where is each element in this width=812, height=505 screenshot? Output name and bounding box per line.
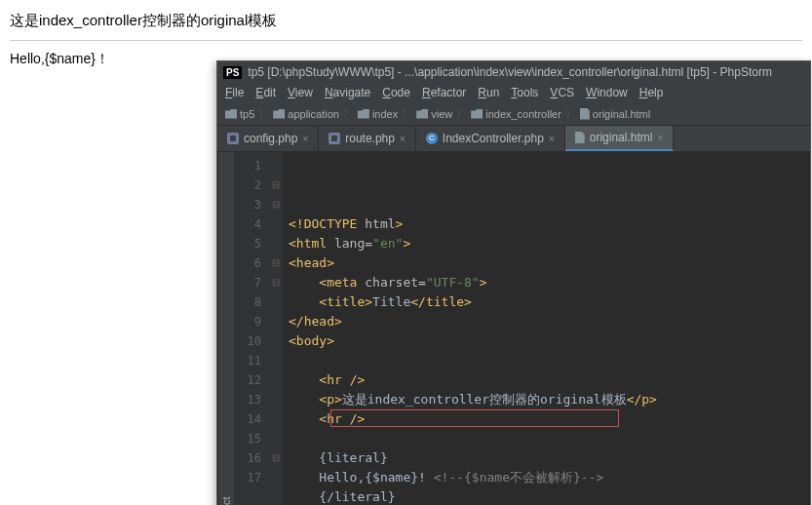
line-number[interactable]: 10 [238, 331, 261, 351]
line-number[interactable]: 16 [238, 448, 261, 468]
line-number[interactable]: 15 [238, 429, 261, 448]
fold-marker [269, 292, 283, 312]
code-line[interactable]: <hr /> [289, 370, 804, 390]
line-number[interactable]: 12 [238, 370, 261, 390]
line-number[interactable]: 8 [238, 292, 261, 312]
fold-marker[interactable]: ⊟ [269, 448, 283, 468]
code-line[interactable]: <!DOCTYPE html> [289, 214, 804, 234]
menu-view[interactable]: View [288, 86, 313, 99]
fold-marker [269, 351, 283, 370]
fold-column: ⊟⊟⊟⊟⊟ [269, 152, 283, 505]
fold-marker [269, 468, 283, 487]
code-line[interactable] [289, 351, 804, 370]
code-line[interactable]: <meta charset="UTF-8"> [289, 273, 804, 292]
line-number[interactable]: 4 [238, 214, 261, 234]
line-number[interactable]: 7 [238, 273, 261, 292]
menu-code[interactable]: Code [382, 86, 410, 99]
line-number[interactable]: 17 [238, 468, 261, 487]
window-titlebar[interactable]: PS tp5 [D:\phpStudy\WWW\tp5] - ...\appli… [217, 61, 810, 83]
line-number[interactable]: 9 [238, 312, 261, 331]
code-line[interactable]: <body> [289, 331, 804, 351]
file-icon [575, 132, 585, 143]
chevron-right-icon: 〉 [456, 106, 467, 121]
fold-marker[interactable]: ⊟ [269, 195, 283, 214]
line-number[interactable]: 5 [238, 234, 261, 253]
fold-marker [269, 390, 283, 409]
code-line[interactable]: </head> [289, 312, 804, 331]
line-gutter: 1234567891011121314151617 [234, 152, 269, 505]
tab-label: config.php [244, 132, 297, 145]
menu-navigate[interactable]: Navigate [325, 86, 370, 99]
php-icon [329, 133, 340, 144]
fold-marker [269, 429, 283, 448]
folder-icon [358, 109, 369, 119]
menu-bar: FileEditViewNavigateCodeRefactorRunTools… [217, 83, 810, 102]
code-line[interactable]: <p>这是index_controller控制器的original模板</p> [289, 390, 804, 409]
close-icon[interactable]: × [400, 134, 406, 144]
folder-icon [273, 109, 285, 119]
line-number[interactable]: 1 [238, 156, 261, 175]
menu-run[interactable]: Run [478, 86, 499, 99]
tab-original-html[interactable]: original.html× [565, 126, 675, 151]
breadcrumb-item[interactable]: view [416, 108, 452, 120]
close-icon[interactable]: × [657, 133, 663, 143]
code-line[interactable] [289, 429, 804, 448]
tab-config-php[interactable]: config.php× [217, 126, 319, 151]
line-number[interactable]: 13 [238, 390, 261, 409]
window-title: tp5 [D:\phpStudy\WWW\tp5] - ...\applicat… [248, 65, 772, 79]
fold-marker [269, 234, 283, 253]
line-number[interactable]: 14 [238, 409, 261, 429]
divider [10, 40, 802, 41]
fold-marker [269, 370, 283, 390]
code-line[interactable]: <hr /> [289, 409, 804, 429]
app-icon: PS [223, 66, 242, 79]
line-number[interactable]: 2 [238, 175, 261, 195]
folder-icon [471, 109, 483, 119]
fold-marker[interactable]: ⊟ [269, 175, 283, 195]
menu-help[interactable]: Help [639, 86, 664, 99]
tab-IndexController-php[interactable]: CIndexController.php× [416, 126, 565, 151]
chevron-right-icon: 〉 [343, 106, 354, 121]
fold-marker [269, 331, 283, 351]
breadcrumb-item[interactable]: index_controller [471, 108, 561, 120]
menu-vcs[interactable]: VCS [550, 86, 574, 99]
menu-refactor[interactable]: Refactor [422, 86, 466, 99]
close-icon[interactable]: × [549, 134, 555, 144]
code-line[interactable]: <title>Title</title> [289, 292, 804, 312]
code-line[interactable]: <head> [289, 253, 804, 273]
breadcrumb-item[interactable]: tp5 [225, 108, 254, 120]
line-number[interactable]: 3 [238, 195, 261, 214]
menu-file[interactable]: File [225, 86, 244, 99]
code-line[interactable]: <html lang="en"> [289, 234, 804, 253]
class-icon: C [426, 133, 438, 144]
code-line[interactable]: {/literal} [289, 487, 804, 505]
tab-label: route.php [345, 132, 395, 145]
chevron-right-icon: 〉 [258, 106, 269, 121]
menu-tools[interactable]: Tools [511, 86, 538, 99]
menu-edit[interactable]: Edit [255, 86, 276, 99]
breadcrumb-item[interactable]: original.html [580, 108, 650, 120]
breadcrumb-bar: tp5〉 application〉 index〉 view〉 index_con… [217, 102, 810, 126]
phpstorm-window: PS tp5 [D:\phpStudy\WWW\tp5] - ...\appli… [216, 60, 811, 505]
page-heading: 这是index_controller控制器的original模板 [10, 12, 802, 30]
file-icon [580, 108, 590, 120]
editor-area: 1: Project 1234567891011121314151617 ⊟⊟⊟… [217, 152, 810, 505]
code-line[interactable]: {literal} [289, 448, 804, 468]
tab-route-php[interactable]: route.php× [319, 126, 416, 151]
fold-marker [269, 312, 283, 331]
menu-window[interactable]: Window [586, 86, 628, 99]
folder-icon [416, 109, 428, 119]
editor-tabs: config.php×route.php×CIndexController.ph… [217, 126, 810, 152]
project-tool-tab[interactable]: 1: Project [217, 152, 234, 505]
fold-marker [269, 214, 283, 234]
code-editor[interactable]: <!DOCTYPE html><html lang="en"><head> <m… [283, 152, 810, 505]
line-number[interactable]: 6 [238, 253, 261, 273]
line-number[interactable]: 11 [238, 351, 261, 370]
breadcrumb-item[interactable]: application [273, 108, 339, 120]
fold-marker[interactable]: ⊟ [269, 253, 283, 273]
fold-marker[interactable]: ⊟ [269, 273, 283, 292]
code-line[interactable]: Hello,{$name}! <!--{$name不会被解析}--> [289, 468, 804, 487]
close-icon[interactable]: × [302, 134, 308, 144]
chevron-right-icon: 〉 [402, 106, 412, 121]
breadcrumb-item[interactable]: index [358, 108, 398, 120]
